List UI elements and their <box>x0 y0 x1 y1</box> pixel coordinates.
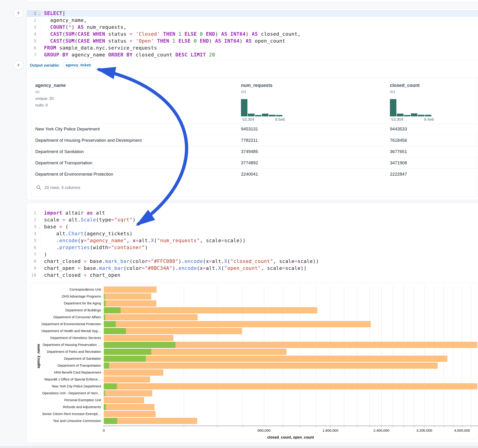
python-code-text: import altair as alt <box>41 210 105 216</box>
sql-code-line[interactable]: 6FROM sample_data.nyc.service_requests <box>27 44 478 51</box>
python-code-line[interactable]: 6 .properties(width="container") <box>27 244 478 251</box>
histogram-max-label: 9.5e6 <box>275 117 326 122</box>
sql-code-text: agency_name, <box>41 17 87 24</box>
python-code-line[interactable]: 10chart_closed + chart_open <box>27 272 478 279</box>
histogram-bar <box>255 115 262 116</box>
sql-line-number: 5 <box>27 37 41 44</box>
table-cell: Department of Sanitation <box>35 149 84 154</box>
result-table: agency_namestrunique: 20nulls: 0num_requ… <box>31 77 478 197</box>
python-line-number: 8 <box>27 258 41 265</box>
table-cell: 2240041 <box>241 172 258 177</box>
python-line-number: 3⌄ <box>27 223 41 230</box>
previous-cell-edge <box>27 0 478 2</box>
add-cell-button-output[interactable]: + <box>14 60 23 70</box>
histogram-bar <box>262 114 268 116</box>
sql-line-number: 4 <box>27 31 41 37</box>
python-code-line[interactable]: 8chart_closed = base.mark_bar(color="#FF… <box>27 258 478 265</box>
output-variable-pill[interactable]: agency_tickets <box>63 62 91 68</box>
table-cell: 3471908 <box>390 160 407 165</box>
add-cell-button-top[interactable]: + <box>14 8 23 18</box>
sql-code-line[interactable]: 7GROUP BY agency_name ORDER BY closed_co… <box>27 51 478 58</box>
histogram-bar <box>248 114 254 116</box>
text-cursor <box>64 11 64 16</box>
table-cell: 9443533 <box>390 126 407 132</box>
histogram-bar <box>241 99 247 116</box>
python-code-text: chart_open = base.mark_bar(color="#8BC34… <box>41 265 307 272</box>
python-code-text: ) <box>41 251 47 258</box>
column-histogram <box>241 99 283 116</box>
column-stat: nulls: 0 <box>35 103 100 108</box>
python-line-number: 10 <box>27 272 41 279</box>
sql-editor[interactable]: 1⌄SELECT2 agency_name,3 COUNT(*) AS num_… <box>27 10 478 58</box>
search-icon[interactable] <box>36 185 42 190</box>
table-cell: 9453131 <box>241 126 258 132</box>
table-cell: 3749485 <box>241 149 258 154</box>
histogram-bar <box>397 114 403 116</box>
table-row[interactable]: Department of Housing Preservation and D… <box>31 135 478 146</box>
column-type: i64 <box>390 90 454 94</box>
sql-code-line[interactable]: 3 COUNT(*) AS num_requests, <box>27 24 478 31</box>
python-code-line[interactable]: 4 alt.Chart(agency_tickets) <box>27 230 478 237</box>
python-code-line[interactable]: 9chart_open = base.mark_bar(color="#8BC3… <box>27 265 478 272</box>
fold-chevron-icon[interactable]: ⌄ <box>38 224 40 230</box>
python-code-line[interactable]: 7) <box>27 251 478 258</box>
table-cell: Department of Housing Preservation and D… <box>35 138 142 143</box>
table-row[interactable]: New York City Police Department945313194… <box>31 123 478 135</box>
python-line-number: 5 <box>27 237 41 244</box>
table-row[interactable]: Department of Environmental Protection22… <box>31 168 478 180</box>
python-code-text: base = ( <box>41 223 69 230</box>
sql-code-line[interactable]: 1⌄SELECT <box>27 10 478 17</box>
sql-code-text: FROM sample_data.nyc.service_requests <box>41 44 157 51</box>
sql-line-number: 2 <box>27 17 41 24</box>
python-line-number: 9 <box>27 265 41 272</box>
column-name: num_requests <box>241 83 306 88</box>
column-type: i64 <box>241 90 306 94</box>
python-code-line[interactable]: 1import altair as alt <box>27 210 478 216</box>
table-cell: 7782211 <box>241 138 258 143</box>
python-code-text: chart_closed = base.mark_bar(color="#FFC… <box>41 258 319 265</box>
notebook-canvas: + + 1⌄SELECT2 agency_name,3 COUNT(*) AS … <box>0 0 478 448</box>
chart-output <box>31 283 478 439</box>
output-variable-row: Output variable: agency_tickets <box>27 60 478 71</box>
sql-cell: 1⌄SELECT2 agency_name,3 COUNT(*) AS num_… <box>26 8 478 200</box>
sql-line-number: 6 <box>27 44 41 51</box>
histogram-bar <box>276 115 283 116</box>
table-cell: 7618456 <box>390 138 407 143</box>
python-editor[interactable]: 1import altair as alt2scale = alt.Scale(… <box>27 210 478 279</box>
sql-code-text: COUNT(*) AS num_requests, <box>41 24 126 31</box>
fold-chevron-icon[interactable]: ⌄ <box>38 10 40 17</box>
table-row[interactable]: Department of Transportation377489234719… <box>31 157 478 168</box>
result-table-header: agency_namestrunique: 20nulls: 0num_requ… <box>31 78 478 123</box>
python-line-number: 7 <box>27 251 41 258</box>
sql-code-text: SELECT <box>41 10 64 17</box>
histogram-bar <box>425 115 431 116</box>
column-histogram <box>390 99 431 116</box>
python-code-line[interactable]: 5 .encode(y="agency_name", x=alt.X("num_… <box>27 237 478 244</box>
result-table-footer: 20 rows, 4 columns <box>31 180 478 197</box>
table-cell: Department of Environmental Protection <box>35 172 113 177</box>
python-line-number: 2 <box>27 216 41 223</box>
histogram-bar <box>418 115 424 116</box>
table-row[interactable]: Department of Sanitation37494853677651 <box>31 146 478 157</box>
python-code-line[interactable]: 3⌄base = ( <box>27 223 478 230</box>
sql-code-line[interactable]: 4 CAST(SUM(CASE WHEN status = 'Closed' T… <box>27 31 478 37</box>
histogram-max-label: 9.4e6 <box>424 117 475 122</box>
column-header-num_requests[interactable]: num_requestsi6453,3049.5e6 <box>241 78 306 94</box>
table-cell: 3677651 <box>390 149 407 154</box>
column-header-agency_name[interactable]: agency_namestrunique: 20nulls: 0 <box>35 78 100 108</box>
row-column-count: 20 rows, 4 columns <box>44 185 80 190</box>
python-code-text: chart_closed + chart_open <box>41 272 120 279</box>
python-cell: 1import altair as alt2scale = alt.Scale(… <box>26 203 478 443</box>
histogram-bar <box>269 115 275 116</box>
column-header-closed_count[interactable]: closed_counti6453,3049.4e6 <box>390 78 454 94</box>
table-cell: 2222847 <box>390 172 407 177</box>
sql-code-line[interactable]: 2 agency_name, <box>27 17 478 24</box>
sql-line-number: 3 <box>27 24 41 31</box>
python-code-line[interactable]: 2scale = alt.Scale(type="sqrt") <box>27 216 478 223</box>
sql-code-line[interactable]: 5 CAST(SUM(CASE WHEN status = 'Open' THE… <box>27 37 478 44</box>
sql-line-number: 7 <box>27 51 41 58</box>
table-cell: New York City Police Department <box>35 126 100 132</box>
python-code-text: scale = alt.Scale(type="sqrt") <box>41 216 136 223</box>
column-type: str <box>35 90 100 94</box>
table-cell: Department of Transportation <box>35 160 92 165</box>
